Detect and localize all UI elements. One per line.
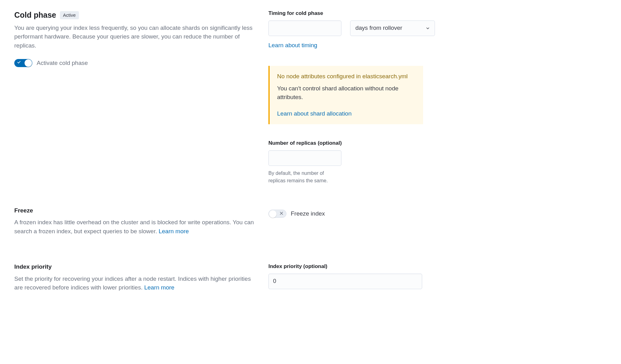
chevron-down-icon bbox=[425, 26, 430, 31]
index-priority-input[interactable] bbox=[268, 274, 422, 289]
replicas-help: By default, the number of replicas remai… bbox=[268, 170, 341, 184]
activate-cold-phase-toggle[interactable] bbox=[14, 59, 32, 67]
freeze-description: A frozen index has little overhead on th… bbox=[14, 218, 258, 236]
index-priority-description-text: Set the priority for recovering your ind… bbox=[14, 275, 251, 291]
learn-timing-link[interactable]: Learn about timing bbox=[268, 42, 317, 48]
freeze-index-label: Freeze index bbox=[291, 209, 325, 218]
index-priority-learn-more-link[interactable]: Learn more bbox=[144, 284, 174, 291]
callout-title: No node attributes configured in elastic… bbox=[277, 72, 416, 81]
check-icon bbox=[17, 60, 21, 66]
index-priority-title: Index priority bbox=[14, 262, 258, 271]
timing-unit-select[interactable]: days from rollover bbox=[350, 20, 435, 36]
replicas-label: Number of replicas (optional) bbox=[268, 139, 532, 147]
activate-cold-phase-label: Activate cold phase bbox=[37, 59, 88, 68]
index-priority-description: Set the priority for recovering your ind… bbox=[14, 275, 258, 292]
learn-shard-allocation-link[interactable]: Learn about shard allocation bbox=[277, 110, 352, 117]
cross-icon bbox=[280, 210, 283, 217]
freeze-index-toggle[interactable] bbox=[268, 210, 286, 218]
cold-phase-title: Cold phase bbox=[14, 9, 56, 21]
cold-phase-description: You are querying your index less frequen… bbox=[14, 24, 258, 50]
index-priority-field-label: Index priority (optional) bbox=[268, 262, 532, 271]
callout-body: You can't control shard allocation witho… bbox=[277, 84, 416, 102]
node-attributes-callout: No node attributes configured in elastic… bbox=[268, 66, 423, 124]
replicas-input[interactable] bbox=[268, 150, 341, 166]
freeze-description-text: A frozen index has little overhead on th… bbox=[14, 219, 254, 234]
freeze-title: Freeze bbox=[14, 206, 258, 215]
timing-input[interactable] bbox=[268, 20, 341, 36]
freeze-learn-more-link[interactable]: Learn more bbox=[159, 228, 189, 234]
active-badge: Active bbox=[60, 11, 79, 20]
timing-label: Timing for cold phase bbox=[268, 9, 532, 17]
timing-unit-value: days from rollover bbox=[355, 24, 402, 33]
